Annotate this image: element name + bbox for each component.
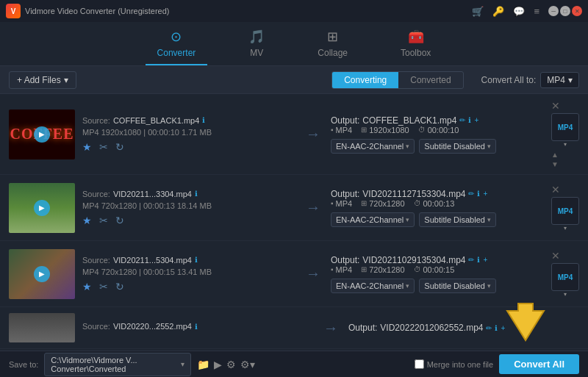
format-value: MP4 [547,75,565,85]
cut-icon-2[interactable]: ✂ [99,215,108,226]
merge-label: Merge into one file [427,360,494,369]
rotate-icon-2[interactable]: ↻ [115,215,124,226]
add-files-button[interactable]: + Add Files ▾ [9,71,76,89]
chat-icon[interactable]: 💬 [513,6,525,17]
convert-all-button[interactable]: Convert All [499,354,579,374]
merge-checkbox-input[interactable] [415,359,424,369]
key-icon[interactable]: 🔑 [492,6,504,17]
output-info-icon-2[interactable]: ℹ [477,190,480,198]
file-meta-2: MP4 720x1280 | 00:00:13 18.14 MB [82,201,295,210]
out-res-3: ⊞ 720x1280 [361,265,404,274]
play-button-2[interactable]: ▶ [34,200,50,216]
tab-mv-label: MV [250,48,263,58]
output-info-4: Output: VID20222012062552.mp4 ✏ ℹ + [348,323,579,333]
output-row-top-3: Output: VID20211029135304.mp4 ✏ ℹ + [331,255,544,265]
audio-dropdown-3[interactable]: EN-AAC-2Channel ▾ [331,279,415,293]
close-item-3[interactable]: ✕ [551,250,560,262]
file-thumb-4[interactable] [9,313,75,342]
settings-icon[interactable]: ⚙ [226,359,236,370]
out-dur-3: ⏱ 00:00:15 [414,265,455,274]
up-arrow-1[interactable]: ▲ [551,151,559,159]
cut-icon-1[interactable]: ✂ [99,141,108,153]
converting-converted-tabs: Converting Converted [331,71,463,89]
tab-toolbox-label: Toolbox [401,48,431,58]
badge-arrow-2[interactable]: ▾ [564,225,567,231]
minimize-button[interactable]: ─ [548,6,559,16]
output-row-top-4: Output: VID20222012062552.mp4 ✏ ℹ + [348,323,579,333]
tab-collage-label: Collage [318,48,348,58]
source-info-icon-2[interactable]: ℹ [195,190,198,198]
cart-icon[interactable]: 🛒 [472,6,484,17]
folder-icon[interactable]: 📁 [197,359,209,370]
play-icon[interactable]: ▶ [214,359,222,370]
path-chevron[interactable]: ▾ [181,360,184,368]
rotate-icon-3[interactable]: ↻ [115,281,124,292]
file-item-4: Source: VID20220...2552.mp4 ℹ → Output: … [0,307,588,349]
star-icon-3[interactable]: ★ [82,281,92,292]
subtitle-chevron-1: ▾ [487,143,491,150]
out-codec-2: ▪ MP4 [331,199,352,208]
audio-dropdown-2[interactable]: EN-AAC-2Channel ▾ [331,212,415,227]
out-dur-2: ⏱ 00:00:13 [414,199,455,208]
file-info-4: Source: VID20220...2552.mp4 ℹ [82,322,313,334]
close-item-2[interactable]: ✕ [551,184,560,195]
badge-arrow-1[interactable]: ▾ [564,141,567,148]
output-info-icon-4[interactable]: ℹ [495,324,498,332]
menu-icon[interactable]: ≡ [534,6,539,17]
down-arrow-1[interactable]: ▼ [551,160,559,168]
output-add-icon-1[interactable]: + [474,116,478,124]
subtitle-dropdown-3[interactable]: Subtitle Disabled ▾ [419,279,496,293]
output-edit-icon-1[interactable]: ✏ [459,116,465,124]
output-edit-icon-3[interactable]: ✏ [468,256,474,264]
subtitle-dropdown-1[interactable]: Subtitle Disabled ▾ [419,139,496,154]
settings2-icon[interactable]: ⚙▾ [240,359,255,370]
file-actions-1: ★ ✂ ↻ [82,141,295,153]
output-add-icon-3[interactable]: + [483,256,487,264]
source-info-icon-1[interactable]: ℹ [202,116,205,124]
save-to-label: Save to: [9,360,38,369]
output-name-2: VID20211127153304.mp4 [362,189,465,199]
file-thumb-3[interactable]: ▶ [9,249,75,299]
tab-collage[interactable]: ⊞ Collage [306,23,359,65]
file-source-2: Source: VID20211...3304.mp4 ℹ [82,190,295,198]
add-files-label: + Add Files [17,75,61,85]
output-add-icon-4[interactable]: + [501,324,505,332]
output-info-icon-1[interactable]: ℹ [468,116,471,124]
badge-1: MP4 [551,113,579,141]
output-add-icon-2[interactable]: + [483,190,487,198]
tab-mv[interactable]: 🎵 MV [237,23,276,65]
converting-tab[interactable]: Converting [332,72,398,88]
subtitle-dropdown-2[interactable]: Subtitle Disabled ▾ [419,212,496,227]
source-info-icon-4[interactable]: ℹ [195,323,198,331]
output-specs-1: ▪ MP4 ⊞ 1920x1080 ⏱ 00:00:10 [331,126,544,134]
audio-chevron-3: ▾ [406,282,409,290]
side-arrows-1: ▲ ▼ [551,151,559,168]
out-codec-1: ▪ MP4 [331,126,352,134]
file-thumb-2[interactable]: ▶ [9,183,75,233]
tab-converter[interactable]: ⊙ Converter [146,23,208,65]
output-edit-icon-4[interactable]: ✏ [486,324,492,332]
close-item-1[interactable]: ✕ [551,100,560,112]
out-res-2: ⊞ 720x1280 [361,199,404,208]
cut-icon-3[interactable]: ✂ [99,281,108,292]
star-icon-1[interactable]: ★ [82,141,92,153]
source-info-icon-3[interactable]: ℹ [195,256,198,264]
play-button-3[interactable]: ▶ [34,266,50,282]
source-name-1: COFFEE_BLACK1.mp4 [113,116,199,125]
output-edit-icon-2[interactable]: ✏ [468,190,474,198]
close-button[interactable]: ✕ [572,6,582,16]
convert-all-to: Convert All to: MP4 ▾ [481,72,579,88]
path-input[interactable]: C:\Vidmore\Vidmore V... Converter\Conver… [44,353,191,376]
audio-dropdown-1[interactable]: EN-AAC-2Channel ▾ [331,139,415,154]
maximize-button[interactable]: □ [560,6,570,16]
output-info-icon-3[interactable]: ℹ [477,256,480,264]
converted-tab[interactable]: Converted [398,72,462,88]
rotate-icon-1[interactable]: ↻ [115,141,124,153]
tab-toolbox[interactable]: 🧰 Toolbox [389,23,442,65]
output-row-top-2: Output: VID20211127153304.mp4 ✏ ℹ + [331,189,544,199]
star-icon-2[interactable]: ★ [82,215,92,226]
play-button-1[interactable]: ▶ [34,126,50,143]
format-dropdown[interactable]: MP4 ▾ [540,72,579,88]
file-thumb-1[interactable]: COFFEE ▶ [9,109,75,159]
badge-arrow-3[interactable]: ▾ [564,291,567,298]
